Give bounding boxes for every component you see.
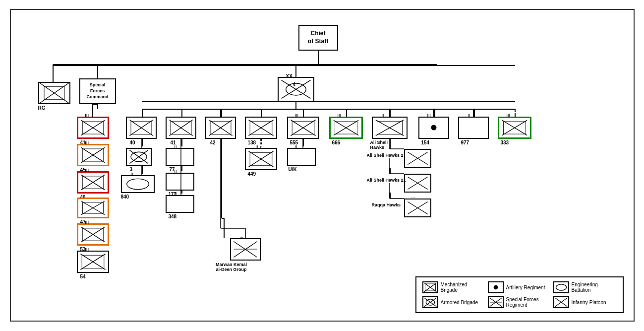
rank-ali-sheli-21: ··· bbox=[411, 170, 415, 175]
unit-3 bbox=[126, 148, 152, 166]
label-333: 333 bbox=[501, 140, 509, 145]
unit-ali-sheli-2 bbox=[404, 149, 431, 168]
svg-point-75 bbox=[126, 179, 148, 189]
unit-corps4: 4 bbox=[278, 77, 314, 102]
rank-41: III bbox=[85, 113, 89, 118]
label-154: 154 bbox=[421, 140, 430, 145]
unit-42 bbox=[205, 117, 236, 139]
rank-449: II bbox=[256, 144, 258, 149]
corps4-rank: XX bbox=[286, 73, 293, 79]
rank-666: III bbox=[338, 113, 342, 118]
label-666: 666 bbox=[332, 140, 341, 145]
unit-41 bbox=[77, 117, 109, 139]
unit-449 bbox=[245, 148, 277, 170]
unit-SFC: SpecialForcesCommand bbox=[79, 78, 116, 104]
rank-840: II bbox=[131, 172, 133, 177]
unit-marwan bbox=[230, 238, 261, 261]
rank-46: III bbox=[85, 168, 89, 173]
rank-45: III bbox=[85, 140, 89, 145]
rank-333: III bbox=[507, 113, 511, 118]
unit-666 bbox=[329, 117, 363, 139]
rank-ali-sheli-2: ··· bbox=[411, 145, 415, 150]
label-ali-sheli-2: Ali Sheli Hawks 2 bbox=[367, 153, 404, 158]
label-uk: U/K bbox=[289, 167, 297, 172]
legend-armored-bde: Armored Brigade bbox=[422, 296, 486, 308]
legend-mech-bde: Mechanized Brigade bbox=[422, 281, 486, 293]
label-840: 840 bbox=[121, 194, 129, 199]
label-54: 54 bbox=[80, 274, 86, 279]
rank-raqqa: ··· bbox=[411, 195, 415, 200]
label-40: 40 bbox=[130, 140, 135, 145]
svg-text:4: 4 bbox=[293, 82, 295, 87]
unit-840 bbox=[121, 175, 155, 193]
unit-154 bbox=[418, 117, 449, 139]
chart-container: Chief of Staff RG RG SpecialForcesComman… bbox=[10, 9, 635, 322]
unit-53 bbox=[77, 223, 109, 246]
svg-point-113 bbox=[493, 285, 498, 290]
rank-53: III bbox=[85, 220, 89, 225]
unit-977 bbox=[458, 117, 489, 139]
label-348: 348 bbox=[169, 214, 177, 219]
rank-ali-sheli: II bbox=[382, 113, 384, 118]
label-ali-sheli: Ali SheliHawks bbox=[370, 140, 388, 150]
unit-177 bbox=[166, 173, 194, 191]
unit-47 bbox=[77, 198, 109, 218]
rank-154: III bbox=[427, 113, 431, 118]
unit-41b bbox=[166, 117, 196, 139]
chief-of-staff-box: Chief of Staff bbox=[298, 25, 338, 51]
unit-40 bbox=[126, 117, 157, 139]
rank-348: II bbox=[175, 192, 177, 197]
label-ali-sheli-21: Ali Sheli Hawks 21 bbox=[367, 178, 406, 183]
rank-977: II bbox=[468, 113, 470, 118]
unit-77 bbox=[166, 148, 194, 166]
legend-eng-bn: Engineering Battalion bbox=[553, 281, 617, 293]
unit-138 bbox=[245, 117, 277, 139]
legend-box: Mechanized Brigade Artillery Regiment En… bbox=[415, 276, 624, 313]
label-42: 42 bbox=[210, 140, 216, 145]
rank-77: II bbox=[175, 144, 177, 149]
label-449: 449 bbox=[248, 171, 256, 177]
label-raqqa: Raqqa Hawks bbox=[372, 202, 401, 207]
unit-uk bbox=[287, 148, 316, 166]
rank-555: III bbox=[295, 113, 299, 118]
unit-348 bbox=[166, 195, 194, 213]
unit-45 bbox=[77, 144, 109, 166]
unit-54 bbox=[77, 251, 109, 273]
svg-point-106 bbox=[431, 125, 436, 131]
rank-uk: II bbox=[295, 144, 297, 149]
unit-555 bbox=[287, 117, 319, 139]
unit-raqqa bbox=[404, 199, 431, 217]
rank-177: II bbox=[175, 169, 177, 174]
unit-ali-sheli-21 bbox=[404, 174, 431, 193]
unit-333 bbox=[498, 117, 531, 139]
rank-marwan: ··· bbox=[240, 235, 244, 240]
label-138: 138 bbox=[248, 140, 256, 145]
label-marwan: Marwan Kemalal-Deen Group bbox=[202, 262, 261, 272]
label-RG: RG bbox=[38, 105, 46, 111]
unit-46 bbox=[77, 171, 109, 194]
legend-sf-rgt: Special Forces Regiment bbox=[488, 296, 551, 308]
rank-54: III bbox=[85, 247, 89, 252]
unit-RG: RG bbox=[38, 82, 70, 104]
svg-point-114 bbox=[556, 284, 566, 290]
legend-arty-rgt: Artillery Regiment bbox=[488, 281, 551, 293]
label-977: 977 bbox=[461, 140, 469, 145]
unit-ali-sheli bbox=[372, 117, 408, 139]
legend-inf-plt: Infantry Platoon bbox=[553, 296, 617, 308]
